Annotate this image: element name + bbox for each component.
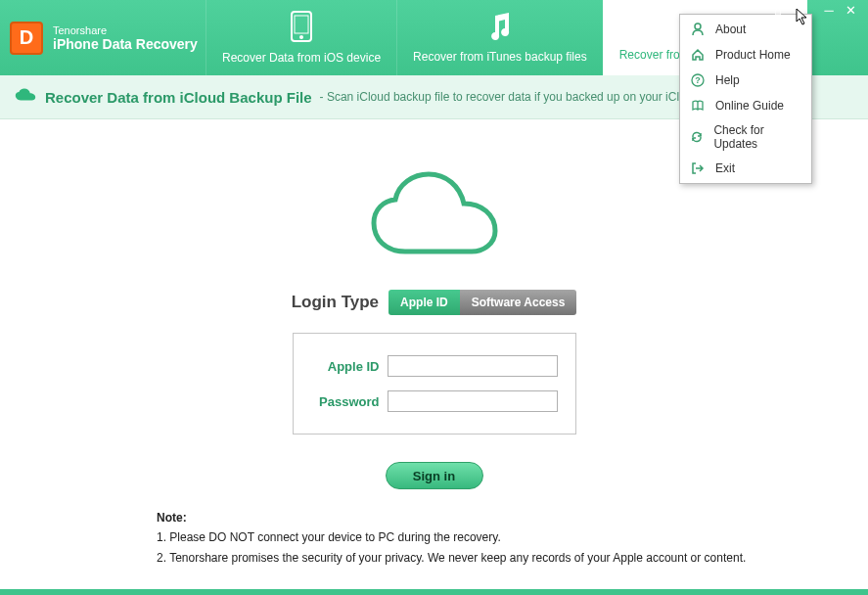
menu-exit[interactable]: Exit xyxy=(680,156,811,181)
note-line-1: 1. Please DO NOT connect your device to … xyxy=(157,527,746,547)
large-cloud-icon xyxy=(366,168,503,270)
toggle-software-access[interactable]: Software Access xyxy=(460,290,577,315)
menu-about[interactable]: About xyxy=(680,17,811,42)
notes-title: Note: xyxy=(157,508,746,527)
app-title: iPhone Data Recovery xyxy=(53,36,198,52)
svg-text:?: ? xyxy=(695,75,701,85)
tab-label: Recover from iTunes backup files xyxy=(413,50,587,64)
password-label: Password xyxy=(311,394,380,409)
home-icon[interactable]: ⌂ xyxy=(768,2,788,18)
window-controls: ⌂ ≡ ─ ✕ xyxy=(760,0,868,18)
settings-dropdown-menu: About Product Home ? Help Online Guide C… xyxy=(679,14,812,184)
menu-help[interactable]: ? Help xyxy=(680,68,811,93)
tab-label: Recover Data from iOS device xyxy=(222,51,381,65)
minimize-button[interactable]: ─ xyxy=(819,2,839,18)
bottom-bar xyxy=(0,589,868,595)
sign-in-button[interactable]: Sign in xyxy=(386,462,483,489)
toggle-apple-id[interactable]: Apple ID xyxy=(388,290,460,315)
refresh-icon xyxy=(690,129,704,145)
home-icon xyxy=(690,47,706,63)
menu-online-guide[interactable]: Online Guide xyxy=(680,93,811,118)
menu-label: Exit xyxy=(715,161,735,175)
svg-point-3 xyxy=(695,23,701,29)
page-title: Recover Data from iCloud Backup File xyxy=(45,89,312,106)
menu-product-home[interactable]: Product Home xyxy=(680,42,811,68)
menu-check-updates[interactable]: Check for Updates xyxy=(680,118,811,156)
person-icon xyxy=(690,22,706,37)
phone-icon xyxy=(291,11,312,45)
logo-section: D Tenorshare iPhone Data Recovery xyxy=(0,22,206,55)
logo-text: Tenorshare iPhone Data Recovery xyxy=(53,24,198,52)
menu-icon[interactable]: ≡ xyxy=(790,2,809,18)
tab-ios-device[interactable]: Recover Data from iOS device xyxy=(206,0,396,75)
tab-itunes-backup[interactable]: Recover from iTunes backup files xyxy=(396,0,603,75)
menu-label: About xyxy=(715,23,746,36)
note-line-2: 2. Tenorshare promises the security of y… xyxy=(157,548,746,568)
login-type-label: Login Type xyxy=(292,293,379,312)
login-type-row: Login Type Apple ID Software Access xyxy=(292,290,577,315)
menu-label: Check for Updates xyxy=(713,123,801,151)
svg-rect-2 xyxy=(295,16,308,33)
password-input[interactable] xyxy=(388,390,558,412)
question-icon: ? xyxy=(690,72,706,88)
login-type-toggle: Apple ID Software Access xyxy=(388,290,576,315)
cloud-small-icon xyxy=(14,87,37,107)
exit-icon xyxy=(690,160,706,176)
svg-point-1 xyxy=(299,35,303,39)
app-logo-icon: D xyxy=(10,22,43,55)
music-note-icon xyxy=(487,12,513,44)
login-form: Apple ID Password xyxy=(293,333,576,435)
book-icon xyxy=(690,98,706,114)
menu-label: Product Home xyxy=(715,48,791,62)
apple-id-input[interactable] xyxy=(388,355,558,377)
close-button[interactable]: ✕ xyxy=(841,2,860,18)
notes-section: Note: 1. Please DO NOT connect your devi… xyxy=(157,508,746,568)
apple-id-row: Apple ID xyxy=(311,355,558,377)
menu-label: Online Guide xyxy=(715,99,784,113)
brand-name: Tenorshare xyxy=(53,24,198,36)
menu-label: Help xyxy=(715,73,740,87)
password-row: Password xyxy=(311,390,558,412)
apple-id-label: Apple ID xyxy=(311,359,380,374)
